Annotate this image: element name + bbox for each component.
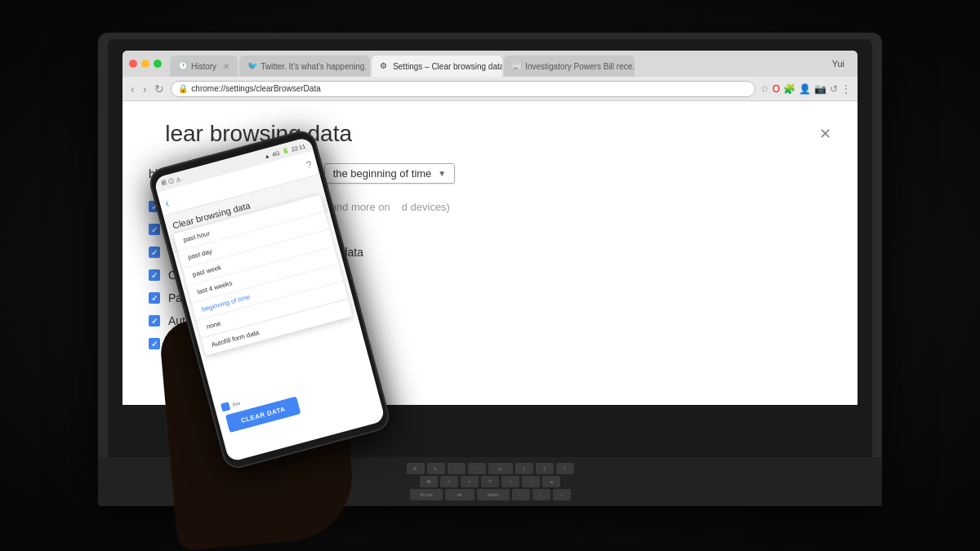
menu-icon[interactable]: ⋮ — [841, 83, 851, 95]
tab-twitter[interactable]: 🐦 Twitter. It's what's happening. ✕ — [239, 56, 370, 77]
hosted-apps-checkbox[interactable] — [149, 338, 160, 349]
maximize-window-button[interactable] — [154, 60, 162, 68]
key-m[interactable]: M — [420, 476, 438, 487]
dropdown-arrow-icon: ▼ — [438, 169, 446, 178]
tab-twitter-label: Twitter. It's what's happening. — [261, 62, 367, 71]
phone-battery-icon: 🔋 — [281, 147, 290, 155]
bookmark-icon[interactable]: ☆ — [760, 83, 769, 95]
browser-titlebar: 🕐 History ✕ 🐦 Twitter. It's what's happe… — [122, 51, 858, 77]
key-quote[interactable]: ' — [468, 463, 486, 474]
address-bar[interactable]: 🔒 chrome://settings/clearBrowserData — [171, 81, 755, 97]
key-option[interactable]: option — [477, 489, 510, 500]
key-l[interactable]: L — [427, 463, 445, 474]
key-enter[interactable]: ↵ — [488, 463, 513, 474]
opera-icon: O — [773, 83, 780, 95]
phone-4g-icon: 4G — [271, 149, 280, 157]
reload-icon[interactable]: ↺ — [830, 83, 838, 95]
tab-settings[interactable]: ⚙ Settings – Clear browsing data ✕ — [372, 56, 502, 77]
key-k[interactable]: K — [407, 463, 425, 474]
forward-button[interactable]: › — [141, 81, 149, 97]
lock-icon: 🔒 — [178, 84, 188, 93]
tab-investigatory-label: Investigatory Powers Bill rece... — [525, 62, 635, 71]
close-dialog-button[interactable]: ✕ — [819, 125, 831, 143]
key-semicolon[interactable]: ; — [448, 463, 466, 474]
history-favicon: 🕐 — [178, 61, 188, 71]
window-controls — [129, 60, 162, 68]
browser-addressbar: ‹ › ↻ 🔒 chrome://settings/clearBrowserDa… — [122, 77, 858, 101]
key-period[interactable]: > — [461, 476, 479, 487]
twitter-favicon: 🐦 — [247, 61, 257, 71]
address-text: chrome://settings/clearBrowserData — [191, 84, 320, 93]
key-brace-open[interactable]: { — [515, 463, 533, 474]
tab-history-close[interactable]: ✕ — [223, 62, 229, 71]
minimize-window-button[interactable] — [141, 60, 149, 68]
key-arrow-right[interactable]: → — [553, 489, 571, 500]
address-bar-icons: ☆ O 🧩 👤 📷 ↺ ⋮ — [760, 83, 851, 95]
refresh-button[interactable]: ↻ — [153, 81, 166, 97]
screenshot-icon[interactable]: 📷 — [814, 83, 826, 95]
key-backslash[interactable]: \ — [501, 476, 519, 487]
key-brace-close[interactable]: } — [536, 463, 554, 474]
key-arrow-up[interactable]: ↑ — [522, 476, 540, 487]
browsing-history-detail2: d devices) — [402, 201, 450, 213]
phone-statusbar-left: 前 ⓘ ⚠ — [161, 175, 182, 188]
account-icon[interactable]: 👤 — [799, 83, 811, 95]
phone-time: 22:11 — [291, 143, 306, 152]
phone-sync-checkbox[interactable] — [220, 402, 230, 411]
settings-favicon: ⚙ — [380, 61, 390, 71]
key-arrow-left[interactable]: ← — [512, 489, 530, 500]
tab-history-label: History — [191, 62, 216, 71]
key-arrow-down[interactable]: ↓ — [532, 489, 550, 500]
phone-help-icon[interactable]: ? — [305, 158, 313, 171]
key-alt[interactable]: alt — [445, 489, 474, 500]
key-pipe[interactable]: | — [556, 463, 574, 474]
key-x[interactable]: ✕ — [542, 476, 560, 487]
key-comma[interactable]: < — [440, 476, 458, 487]
key-cmd[interactable]: ⌘ cmd — [410, 489, 443, 500]
tab-settings-label: Settings – Clear browsing data — [393, 62, 502, 71]
back-button[interactable]: ‹ — [129, 81, 136, 97]
browser-tabs: 🕐 History ✕ 🐦 Twitter. It's what's happe… — [170, 51, 822, 77]
phone-back-button[interactable]: ‹ — [163, 196, 171, 210]
browser-user: Yui — [826, 59, 851, 69]
investigatory-favicon: 📰 — [512, 61, 522, 71]
tab-investigatory[interactable]: 📰 Investigatory Powers Bill rece... ✕ — [504, 56, 635, 77]
phone-sync-text: this — [232, 401, 241, 407]
close-window-button[interactable] — [129, 60, 137, 68]
extensions-icon[interactable]: 🧩 — [783, 83, 795, 95]
autofill-checkbox[interactable] — [149, 315, 160, 327]
key-slash[interactable]: ? — [481, 476, 499, 487]
tab-history[interactable]: 🕐 History ✕ — [170, 56, 238, 77]
phone-signal-icon: ▲ — [264, 152, 271, 159]
